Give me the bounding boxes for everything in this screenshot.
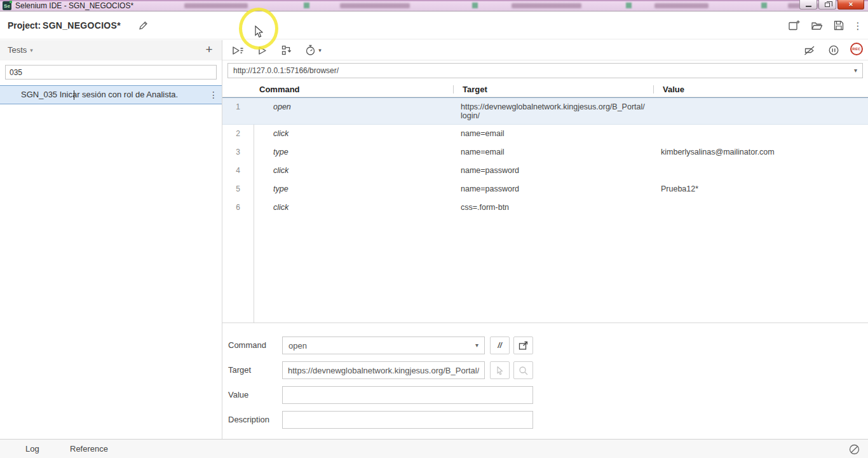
tab-reference[interactable]: Reference <box>70 440 108 458</box>
column-header-target: Target <box>463 85 487 94</box>
row-command: type <box>254 143 453 162</box>
column-header-command: Command <box>259 85 300 94</box>
save-project-button[interactable] <box>832 18 846 32</box>
row-target: name=password <box>453 180 653 198</box>
playback-url-value: http://127.0.0.1:57166/browser/ <box>233 66 339 75</box>
disable-breakpoints-button[interactable] <box>802 43 817 58</box>
pencil-icon <box>138 20 149 31</box>
row-target: css=.form-btn <box>453 198 653 217</box>
chevron-down-icon: ▾ <box>30 47 33 53</box>
row-value <box>653 198 868 217</box>
search-icon <box>518 365 529 376</box>
step-over-icon <box>281 45 292 56</box>
test-title: SGN_035 Inicar sesión con rol de Analist… <box>21 90 178 99</box>
row-value: kimberlysalinas@mailinator.com <box>653 143 868 162</box>
test-speed-button[interactable]: ▾ <box>302 43 324 58</box>
command-select[interactable]: open ▾ <box>282 337 485 354</box>
comment-icon: // <box>498 341 502 350</box>
background-tab-icon-ghost <box>304 3 309 8</box>
row-target: https://devnewglobalnetwork.kingjesus.or… <box>453 98 653 124</box>
toggle-comment-button[interactable]: // <box>490 337 510 354</box>
selenium-app-icon: Se <box>3 1 11 10</box>
command-row[interactable]: 5 type name=password Prueba12* <box>222 180 868 198</box>
minimize-button[interactable] <box>799 0 817 10</box>
clear-log-icon <box>848 443 860 455</box>
background-tab-icon-ghost <box>761 3 767 8</box>
rename-project-button[interactable] <box>136 18 150 32</box>
run-all-icon <box>231 45 244 56</box>
open-in-new-window-button[interactable] <box>513 337 533 354</box>
background-tab-icon-ghost <box>626 3 632 8</box>
test-list-item-selected[interactable]: SGN_035 Inicar sesión con rol de Analist… <box>0 85 222 104</box>
tab-log[interactable]: Log <box>25 440 39 458</box>
play-icon <box>257 45 268 56</box>
value-field-label: Value <box>228 390 248 399</box>
playback-toolbar: ▾ REC <box>222 40 868 60</box>
window-title: Selenium IDE - SGN_NEGOCIOS* <box>15 1 133 10</box>
test-item-menu-button[interactable]: ⋮ <box>209 86 218 104</box>
add-test-button[interactable]: + <box>201 42 217 57</box>
command-field-label: Command <box>228 340 266 350</box>
run-current-test-button[interactable] <box>254 43 269 58</box>
row-value: Prueba12* <box>653 180 868 198</box>
column-separator <box>453 85 454 94</box>
row-command: click <box>254 198 453 217</box>
select-target-in-page-button[interactable] <box>490 361 510 379</box>
find-target-button[interactable] <box>513 361 533 379</box>
new-project-button[interactable] <box>787 18 801 32</box>
description-field-label: Description <box>228 415 269 424</box>
row-command: type <box>254 180 453 198</box>
more-menu-button[interactable]: ⋮ <box>854 18 862 32</box>
row-number: 4 <box>222 162 254 180</box>
open-folder-icon <box>811 20 823 31</box>
background-tab-ghost <box>340 3 410 8</box>
commands-table: Command Target Value 1 open https://devn… <box>222 83 868 323</box>
tests-sidebar: Tests▾ + SGN_035 Inicar sesión con rol d… <box>0 40 222 439</box>
record-button[interactable]: REC <box>850 43 863 55</box>
sidebar-header: Tests▾ + <box>0 40 222 60</box>
chevron-down-icon: ▾ <box>854 67 857 74</box>
row-command: click <box>254 162 453 180</box>
close-button[interactable]: ✕ <box>837 0 864 10</box>
new-project-icon <box>788 20 801 31</box>
column-header-value: Value <box>663 85 684 94</box>
command-row[interactable]: 3 type name=email kimberlysalinas@mailin… <box>222 143 868 162</box>
disable-breakpoints-icon <box>804 45 815 56</box>
restore-icon <box>825 3 830 7</box>
pause-on-exceptions-button[interactable] <box>826 43 841 58</box>
tests-dropdown-label: Tests <box>8 45 27 55</box>
main-panel: ▾ REC ht <box>222 40 868 439</box>
step-over-button[interactable] <box>278 43 294 58</box>
clear-log-button[interactable] <box>848 443 860 455</box>
log-panel-bar: Log Reference <box>0 439 868 458</box>
open-project-button[interactable] <box>810 18 824 32</box>
window-titlebar: Se Selenium IDE - SGN_NEGOCIOS* ✕ <box>0 0 868 11</box>
description-input[interactable] <box>282 411 533 429</box>
row-number: 6 <box>222 198 254 217</box>
command-row[interactable]: 2 click name=email <box>222 125 868 143</box>
command-row[interactable]: 4 click name=password <box>222 162 868 180</box>
tests-dropdown[interactable]: Tests▾ <box>8 45 33 55</box>
row-number: 2 <box>222 125 254 143</box>
row-number: 3 <box>222 143 254 162</box>
row-value <box>653 125 868 143</box>
project-bar: Project: SGN_NEGOCIOS* <box>0 12 868 39</box>
target-input[interactable] <box>282 361 485 379</box>
row-number: 5 <box>222 180 254 198</box>
column-separator <box>653 85 654 94</box>
value-input[interactable] <box>282 386 533 404</box>
run-all-tests-button[interactable] <box>230 43 245 58</box>
row-number: 1 <box>222 98 254 124</box>
command-select-value: open <box>288 341 307 350</box>
command-row[interactable]: 6 click css=.form-btn <box>222 198 868 217</box>
test-search-input[interactable] <box>5 65 217 80</box>
playback-base-url-select[interactable]: http://127.0.0.1:57166/browser/ ▾ <box>227 63 863 78</box>
chevron-down-icon: ▾ <box>318 47 322 53</box>
background-tab-ghost <box>512 3 581 8</box>
maximize-button[interactable] <box>818 0 836 10</box>
command-row[interactable]: 1 open https://devnewglobalnetwork.kingj… <box>222 97 868 125</box>
row-command: open <box>254 98 453 124</box>
row-value <box>653 98 868 124</box>
row-command: click <box>254 125 453 143</box>
row-target: name=email <box>453 125 653 143</box>
